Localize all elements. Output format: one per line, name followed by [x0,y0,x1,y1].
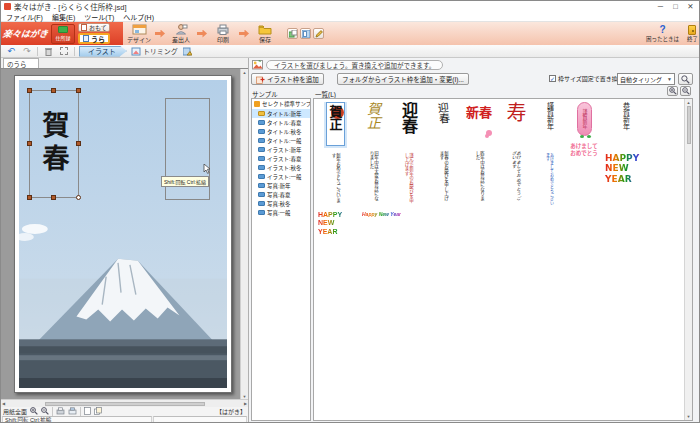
tree-item-title-autumnwinter[interactable]: タイトル:秋冬 [252,127,310,136]
step-save-button[interactable]: 保存 [253,24,277,44]
edit-pen-button[interactable] [313,28,324,39]
resize-handle[interactable] [27,141,32,146]
gallery-item-happy-new-year-block[interactable]: HAPPY NEW YEAR [318,211,354,236]
help-button[interactable]: ? 困ったときは [646,25,679,43]
resize-handle[interactable] [76,141,81,146]
gallery-item-greeting[interactable]: 新年おめでとうございます [331,153,340,205]
gallery-item-kotobuki[interactable]: 寿 [505,102,525,144]
edit-toolbar: ↶ ↷ イラスト トリミング [1,45,700,58]
select-frame-button[interactable] [58,46,70,57]
gallery-scrollbar[interactable]: ▲▼ [684,99,692,420]
resize-handle[interactable] [51,195,56,200]
gallery-item-geishun-cursive[interactable]: 迎春 [435,102,450,144]
step-print-button[interactable]: 印刷 [211,24,235,44]
gallery-item-greeting[interactable]: 謹んで新年のお慶びを申し上げます [404,153,413,205]
canvas-horizontal-scrollbar[interactable]: ◀▶ [1,399,248,407]
tree-item-photo-newyear[interactable]: 写真:新年 [252,181,310,190]
tree-item-photo-autumnwinter[interactable]: 写真:秋冬 [252,199,310,208]
search-frame-button[interactable] [678,73,693,85]
minimize-button[interactable]: ─ [653,2,668,11]
gallery-item-gasho-sun[interactable]: 賀正 [326,102,345,146]
gallery-item-greeting[interactable]: 新春のお慶びを申し上げます [439,151,448,203]
copy-design-button[interactable] [287,28,298,39]
menu-bar: ファイル(F) 編集(E) ツール(T) ヘルプ(H) [1,12,700,22]
step-sender-button[interactable]: 差出人 [169,24,193,44]
gallery-item-gasho-gold[interactable]: 賀正 [366,102,380,144]
calligraphy-frame[interactable]: 賀春 [29,90,79,198]
tree-item-illust-autumnwinter[interactable]: イラスト:秋冬 [252,163,310,172]
tree-item-title-springsummer[interactable]: タイトル:春夏 [252,118,310,127]
zoom-out-button[interactable] [41,407,49,416]
canvas-side-tab[interactable]: のうら [3,58,39,68]
scrollbar-thumb[interactable] [687,106,691,144]
step-design-button[interactable]: デザイン [127,24,151,44]
resize-handle[interactable] [51,88,56,93]
menu-file[interactable]: ファイル(F) [6,12,43,22]
layout-button[interactable] [300,28,311,39]
workflow-arrow-icon [197,30,207,38]
print-settings-button[interactable] [68,407,77,416]
tree-item-illust-general[interactable]: イラスト:一般 [252,172,310,181]
tree-item-photo-general[interactable]: 写真:一般 [252,208,310,217]
print-preview-button[interactable] [56,407,65,416]
canvas-vertical-scrollbar[interactable]: ▲▼ [240,69,248,399]
gallery-item-kinga-badge[interactable]: 謹賀新年 [577,102,592,136]
gallery-zoom-in-button[interactable] [667,86,678,96]
zoom-out-icon [682,87,690,95]
back-side-button[interactable]: うら [78,33,110,44]
gallery-item-greeting[interactable]: あけましておめでとう [568,143,600,156]
postcard-page[interactable]: 賀春 Shift:回転 Ctrl:拡縮 [14,75,232,393]
maximize-button[interactable]: □ [668,2,683,11]
tree-item-photo-springsummer[interactable]: 写真:春夏 [252,190,310,199]
gallery-item-shinshun-red[interactable]: 新春 [466,102,492,144]
keep-size-checkbox[interactable]: ✓ [549,75,556,82]
address-book-button[interactable]: 住所録 [51,24,75,44]
folder-icon [258,174,265,179]
resize-handle[interactable] [27,195,32,200]
resize-handle[interactable] [27,88,32,93]
new-page-button[interactable] [84,407,91,416]
gallery-item-kyoga-shinnen[interactable]: 恭賀新年 [622,102,629,146]
resize-handle[interactable] [76,88,81,93]
separator [52,407,53,416]
tree-item-title-general[interactable]: タイトル:一般 [252,136,310,145]
tree-item-title-newyear[interactable]: タイトル:新年 [252,109,310,118]
exit-button[interactable]: 終了 [687,25,698,43]
gallery-item-greeting[interactable]: 昨年中はお世話になりました [475,151,484,203]
tiling-combo[interactable]: 自動タイリング ▼ [617,73,675,85]
scrollbar-thumb[interactable] [45,402,205,406]
menu-tools[interactable]: ツール(T) [84,12,114,22]
duplicate-page-button[interactable] [94,407,102,416]
gallery-item-kinga-shinnen[interactable]: 謹賀新年 [546,102,553,146]
menu-edit[interactable]: 編集(E) [52,12,75,22]
gallery-item-greeting[interactable]: あけましておめでとうございます [545,153,553,205]
frame-tool-button[interactable] [182,46,194,57]
redo-button[interactable]: ↷ [21,46,33,57]
menu-help[interactable]: ヘルプ(H) [123,12,154,22]
brand-block: 楽々はがき 住所録 おもて うら [1,22,123,45]
tree-item-illust-newyear[interactable]: イラスト:新年 [252,145,310,154]
front-side-button[interactable]: おもて [78,23,110,32]
canvas-area[interactable]: 賀春 Shift:回転 Ctrl:拡縮 ▲▼ [1,68,248,399]
close-button[interactable]: ✕ [683,2,698,11]
undo-button[interactable]: ↶ [5,46,17,57]
gallery-item-geishun-bold[interactable]: 迎春 [400,102,416,146]
trimming-button[interactable]: トリミング [131,46,178,56]
tab-illustration[interactable]: イラスト [79,46,127,57]
folder-icon [258,165,265,170]
delete-frame-button[interactable] [42,46,54,57]
gallery-item-greeting[interactable]: あけましておめでとうございます [511,151,520,203]
exit-door-icon [688,25,696,35]
tree-root[interactable]: セレクト標準サンプル [252,99,310,109]
tree-item-illust-springsummer[interactable]: イラスト:春夏 [252,154,310,163]
zoom-in-button[interactable] [30,407,38,416]
workflow-arrow-icon [155,30,165,38]
gallery-item-happy-new-year-large[interactable]: HAPPY NEW YEAR [605,153,645,184]
folder-add-frame-button[interactable]: フォルダからイラスト枠を追加・変更(I)... [337,73,469,85]
gallery-zoom-out-button[interactable] [680,86,691,96]
gallery-item-greeting[interactable]: 旧年中は大変お世話になりました [369,151,378,203]
gallery-item-happy-new-year-script[interactable]: Happy New Year [362,211,401,217]
selection-rect-icon [60,47,68,55]
add-frame-button[interactable]: イラスト枠を追加 [251,73,324,85]
resize-handle[interactable] [76,195,81,200]
